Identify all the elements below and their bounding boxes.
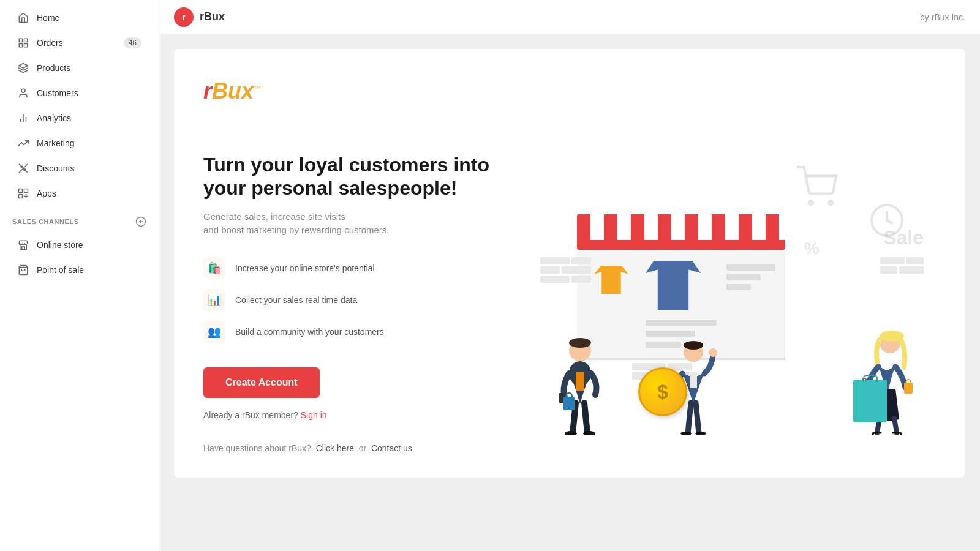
analytics-icon <box>17 112 29 124</box>
sidebar-item-apps[interactable]: Apps <box>5 181 154 206</box>
brand-logo-icon: r <box>174 7 194 27</box>
sidebar-item-analytics[interactable]: Analytics <box>5 106 154 130</box>
sidebar-item-pos[interactable]: Point of sale <box>5 258 154 282</box>
sidebar-item-online-store[interactable]: Online store <box>5 233 154 257</box>
sales-channels-label: SALES CHANNELS <box>12 218 79 225</box>
svg-marker-4 <box>19 64 28 69</box>
content-area: rBux™ Turn your loyal customers into you… <box>159 34 980 551</box>
cart-float-icon <box>795 165 838 208</box>
feature-text-2: Collect your sales real time data <box>235 295 357 305</box>
card-illustration: Sale % <box>522 153 936 435</box>
sign-in-text: Already a rBux member? Sign in <box>203 410 497 420</box>
products-icon <box>17 62 29 74</box>
sidebar-item-label: Home <box>37 13 141 23</box>
orders-icon <box>17 37 29 49</box>
svg-rect-11 <box>19 189 23 193</box>
sign-in-link[interactable]: Sign in <box>301 410 327 420</box>
pos-icon <box>17 264 29 276</box>
customers-icon <box>17 87 29 99</box>
main-card: rBux™ Turn your loyal customers into you… <box>174 49 965 478</box>
svg-point-38 <box>709 348 717 357</box>
subtext: Generate sales, increase site visits and… <box>203 210 497 238</box>
svg-point-29 <box>569 338 591 348</box>
contact-us-link[interactable]: Contact us <box>371 443 412 453</box>
features-list: 🛍️ Increase your online store's potentia… <box>203 257 497 343</box>
svg-point-25 <box>829 201 832 204</box>
sidebar-item-products[interactable]: Products <box>5 56 154 80</box>
sidebar-item-customers[interactable]: Customers <box>5 81 154 105</box>
create-account-button[interactable]: Create Account <box>203 367 320 398</box>
sidebar-item-label: Customers <box>37 88 141 98</box>
feature-icon-1: 🛍️ <box>203 257 225 279</box>
card-logo: rBux™ <box>203 78 936 104</box>
svg-rect-13 <box>19 195 23 198</box>
svg-point-36 <box>684 341 703 350</box>
svg-rect-3 <box>24 44 28 47</box>
click-here-link[interactable]: Click here <box>316 443 354 453</box>
headline: Turn your loyal customers into your pers… <box>203 153 497 200</box>
svg-rect-1 <box>24 39 28 42</box>
feature-item-2: 📊 Collect your sales real time data <box>203 289 497 311</box>
sidebar-item-label: Products <box>37 63 141 73</box>
sidebar-item-orders[interactable]: Orders 46 <box>5 31 154 55</box>
apps-icon <box>17 187 29 200</box>
rbux-logo: rBux™ <box>203 78 261 104</box>
sales-channels-section: SALES CHANNELS <box>0 206 159 232</box>
svg-rect-34 <box>564 397 575 410</box>
store-icon <box>17 239 29 251</box>
card-left: Turn your loyal customers into your pers… <box>203 153 497 420</box>
sidebar-item-label: Orders <box>37 38 116 48</box>
sidebar: Home Orders 46 Products <box>0 0 159 551</box>
bricks-right <box>880 257 924 276</box>
header-byline: by rBux Inc. <box>920 12 965 22</box>
header-brand: r rBux <box>174 7 225 27</box>
sidebar-item-label: Discounts <box>37 163 141 173</box>
add-sales-channel-icon[interactable] <box>135 216 146 227</box>
sidebar-item-marketing[interactable]: Marketing <box>5 131 154 156</box>
percent-float: % <box>804 239 820 258</box>
feature-item-1: 🛍️ Increase your online store's potentia… <box>203 257 497 279</box>
marketing-icon <box>17 137 29 149</box>
svg-point-5 <box>21 89 25 92</box>
svg-rect-44 <box>904 383 913 394</box>
main-area: r rBux by rBux Inc. rBux™ Turn your loya… <box>159 0 980 551</box>
svg-rect-30 <box>576 372 584 391</box>
svg-point-24 <box>809 201 813 204</box>
sidebar-nav: Home Orders 46 Products <box>0 0 159 551</box>
clock-float-icon <box>869 202 905 239</box>
home-icon <box>17 12 29 24</box>
sidebar-item-label: Analytics <box>37 113 141 123</box>
sidebar-item-home[interactable]: Home <box>5 6 154 30</box>
feature-text-1: Increase your online store's potential <box>235 263 375 273</box>
svg-rect-2 <box>19 44 22 47</box>
sidebar-item-label: Apps <box>37 189 141 198</box>
top-header: r rBux by rBux Inc. <box>159 0 980 34</box>
svg-rect-12 <box>24 189 28 193</box>
feature-text-3: Build a community with your customers <box>235 327 384 337</box>
discounts-icon <box>17 162 29 174</box>
teal-bag <box>853 380 887 422</box>
feature-icon-2: 📊 <box>203 289 225 311</box>
footer-text: Have questions about rBux? Click here or… <box>203 443 412 453</box>
svg-rect-37 <box>690 372 697 388</box>
card-content: Turn your loyal customers into your pers… <box>203 153 936 435</box>
online-store-label: Online store <box>37 240 141 250</box>
header-brand-name: rBux <box>200 10 225 23</box>
bricks-left <box>540 257 591 283</box>
feature-icon-3: 👥 <box>203 321 225 343</box>
feature-item-3: 👥 Build a community with your customers <box>203 321 497 343</box>
coin: $ <box>638 367 687 416</box>
person-left <box>552 324 608 435</box>
svg-rect-0 <box>19 39 22 42</box>
sidebar-item-label: Marketing <box>37 138 141 148</box>
pos-label: Point of sale <box>37 265 141 275</box>
sidebar-item-discounts[interactable]: Discounts <box>5 156 154 181</box>
orders-badge: 46 <box>124 37 141 48</box>
